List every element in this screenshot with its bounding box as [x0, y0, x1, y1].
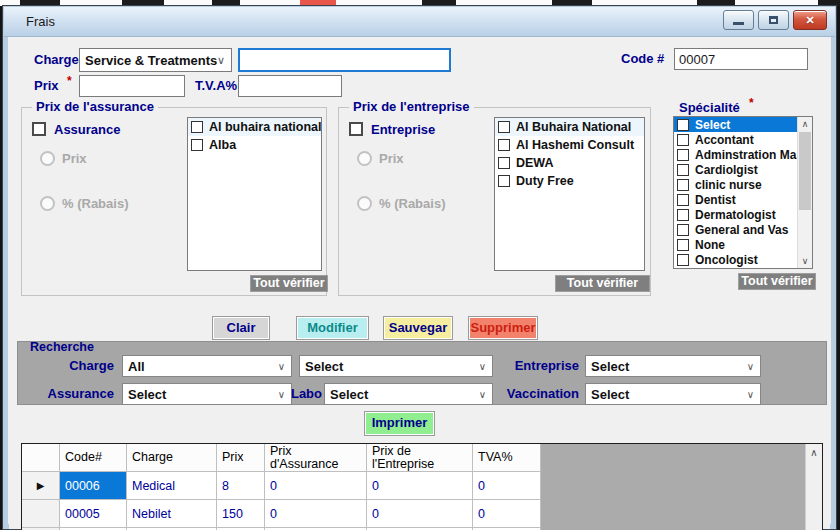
list-item[interactable]: DEWA	[495, 154, 644, 172]
grid-cell[interactable]: 0	[367, 500, 473, 528]
list-item[interactable]: Dermatologist	[674, 207, 797, 222]
list-item[interactable]: Accontant	[674, 132, 797, 147]
checkbox-icon[interactable]	[498, 157, 510, 169]
checkbox-icon[interactable]	[191, 121, 203, 133]
recherche-assurance-combobox[interactable]: Select ∨	[122, 383, 292, 405]
modifier-button[interactable]: Modifier	[296, 316, 369, 340]
sauvegar-button[interactable]: Sauvegar	[383, 316, 453, 340]
list-item[interactable]: None	[674, 237, 797, 252]
frais-datagrid[interactable]: Code#ChargePrixPrix d'AssurancePrix de l…	[21, 443, 823, 530]
row-selector-arrow-icon[interactable]: ▶	[22, 472, 60, 500]
frais-window: Frais ✕ Charge Service & Treatments ∨ Co…	[2, 5, 837, 530]
grid-scrollbar[interactable]: ∧	[805, 444, 822, 530]
checkbox-icon[interactable]	[677, 224, 689, 236]
grid-header-cell[interactable]: Charge	[127, 444, 217, 472]
checkbox-icon[interactable]	[677, 254, 689, 266]
grid-cell[interactable]: 150	[217, 500, 265, 528]
list-item[interactable]: Dentist	[674, 192, 797, 207]
checkbox-icon[interactable]	[677, 134, 689, 146]
entreprise-check-all-button[interactable]: Tout vérifier	[555, 275, 650, 292]
checkbox-icon[interactable]	[498, 175, 510, 187]
checkbox-icon[interactable]	[677, 209, 689, 221]
grid-cell[interactable]: 0	[473, 500, 541, 528]
recherche-entreprise-combobox[interactable]: Select ∨	[585, 355, 761, 377]
recherche-charge-type-combobox[interactable]: Select ∨	[299, 355, 493, 377]
assurance-checkbox[interactable]	[32, 122, 46, 136]
charge-name-input[interactable]	[238, 48, 451, 72]
assurance-rabais-radio[interactable]	[40, 196, 55, 211]
list-item-label: DEWA	[516, 156, 554, 170]
grid-cell[interactable]: 0	[265, 472, 367, 500]
scroll-down-icon[interactable]: ∨	[798, 254, 812, 268]
list-item[interactable]: Al buhaira national	[188, 118, 321, 136]
maximize-button[interactable]	[758, 10, 789, 30]
grid-cell[interactable]: 8	[217, 472, 265, 500]
entreprise-rabais-radio[interactable]	[357, 196, 372, 211]
title-bar[interactable]: Frais ✕	[4, 7, 835, 37]
assurance-check-all-button[interactable]: Tout vérifier	[250, 275, 328, 292]
row-header-cell[interactable]	[22, 444, 60, 472]
checkbox-icon[interactable]	[677, 179, 689, 191]
specialite-checklist[interactable]: ∧ ∨ SelectAccontantAdminstration MaCardi…	[673, 116, 813, 269]
grid-header-cell[interactable]: Prix d'Assurance	[265, 444, 367, 472]
checkbox-icon[interactable]	[498, 139, 510, 151]
scroll-up-icon[interactable]: ∧	[798, 117, 812, 131]
assurance-prix-radio[interactable]	[40, 151, 55, 166]
prix-label: Prix	[34, 78, 59, 93]
charge-combobox[interactable]: Service & Treatments ∨	[79, 48, 232, 72]
entreprise-prix-radio[interactable]	[357, 151, 372, 166]
grid-cell[interactable]: 0	[473, 472, 541, 500]
list-item[interactable]: clinic nurse	[674, 177, 797, 192]
grid-cell[interactable]: Nebilet	[127, 500, 217, 528]
entreprise-checkbox[interactable]	[349, 122, 363, 136]
assurance-checklist[interactable]: Al buhaira nationalAlba	[187, 117, 322, 271]
grid-header-cell[interactable]: Code#	[60, 444, 127, 472]
row-header-cell[interactable]	[22, 500, 60, 528]
recherche-vaccination-value: Select	[591, 387, 629, 402]
grid-cell[interactable]: 0	[367, 472, 473, 500]
list-item[interactable]: Alba	[188, 136, 321, 154]
grid-cell[interactable]: 00006	[60, 472, 127, 500]
list-item-label: clinic nurse	[695, 178, 762, 192]
prix-input[interactable]	[79, 75, 185, 97]
list-item[interactable]: Cardiolgist	[674, 162, 797, 177]
minimize-button[interactable]	[723, 10, 754, 30]
grid-cell[interactable]: 00005	[60, 500, 127, 528]
specialite-check-all-button[interactable]: Tout vérifier	[738, 273, 816, 290]
checkbox-icon[interactable]	[677, 119, 689, 131]
checkbox-icon[interactable]	[498, 121, 510, 133]
checkbox-icon[interactable]	[677, 164, 689, 176]
code-input[interactable]	[674, 48, 808, 70]
list-item[interactable]: Al Hashemi Consult	[495, 136, 644, 154]
checkbox-icon[interactable]	[677, 149, 689, 161]
supprimer-button[interactable]: Supprimer	[468, 316, 538, 340]
recherche-labo-combobox[interactable]: Select ∨	[324, 383, 493, 405]
entreprise-checklist[interactable]: Al Buhaira NationalAl Hashemi ConsultDEW…	[494, 117, 645, 271]
tva-input[interactable]	[238, 75, 342, 97]
scroll-up-icon[interactable]: ∧	[806, 444, 822, 461]
scrollbar-thumb[interactable]	[799, 132, 811, 210]
grid-cell[interactable]: Medical	[127, 472, 217, 500]
list-item[interactable]: Oncologist	[674, 252, 797, 267]
clair-button[interactable]: Clair	[212, 316, 270, 340]
list-item[interactable]: Select	[674, 117, 797, 132]
list-item[interactable]: General and Vas	[674, 222, 797, 237]
list-item-label: Al buhaira national	[209, 120, 322, 134]
recherche-vaccination-combobox[interactable]: Select ∨	[585, 383, 761, 405]
checkbox-icon[interactable]	[677, 239, 689, 251]
grid-header-cell[interactable]: Prix	[217, 444, 265, 472]
list-item[interactable]: Duty Free	[495, 172, 644, 190]
grid-header-cell[interactable]: TVA%	[473, 444, 541, 472]
grid-header-cell[interactable]: Prix de l'Entreprise	[367, 444, 473, 472]
list-item[interactable]: Adminstration Ma	[674, 147, 797, 162]
list-item[interactable]: Al Buhaira National	[495, 118, 644, 136]
charge-combobox-value: Service & Treatments	[85, 53, 217, 68]
grid-cell[interactable]: 0	[265, 500, 367, 528]
close-button[interactable]: ✕	[793, 10, 827, 30]
imprimer-button[interactable]: Imprimer	[364, 411, 435, 436]
recherche-charge-combobox[interactable]: All ∨	[122, 355, 292, 377]
checkbox-icon[interactable]	[191, 139, 203, 151]
specialite-scrollbar[interactable]: ∧ ∨	[797, 117, 812, 268]
recherche-groupbox: Recherche Charge All ∨ Select ∨ Entrepri…	[17, 341, 827, 405]
checkbox-icon[interactable]	[677, 194, 689, 206]
